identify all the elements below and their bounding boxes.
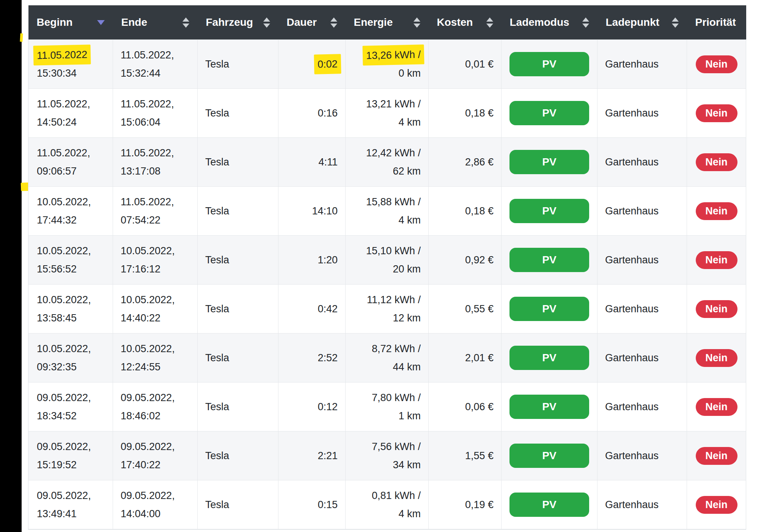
lademodus-pv-button[interactable]: PV	[509, 199, 589, 223]
sort-toggle-icon[interactable]	[486, 17, 493, 28]
lademodus-pv-button[interactable]: PV	[509, 395, 589, 419]
cell-beginn: 10.05.2022,15:56:52	[28, 236, 113, 285]
kosten-value: 2,01 €	[436, 349, 494, 367]
col-header-label: Dauer	[287, 16, 317, 28]
col-header-energie[interactable]: Energie	[346, 5, 429, 40]
cell-beginn: 10.05.2022,09:32:35	[28, 334, 113, 382]
kosten-value: 0,18 €	[436, 104, 494, 122]
table-header-row: BeginnEndeFahrzeugDauerEnergieKostenLade…	[28, 5, 746, 40]
sort-toggle-icon[interactable]	[182, 17, 189, 28]
cell-kosten: 0,55 €	[429, 285, 502, 334]
lademodus-pv-button[interactable]: PV	[509, 101, 589, 125]
sort-desc-icon[interactable]	[97, 20, 105, 25]
fahrzeug-name: Tesla	[205, 153, 270, 171]
prioritaet-badge[interactable]: Nein	[696, 349, 737, 367]
cell-fahrzeug: Tesla	[198, 285, 278, 334]
cell-fahrzeug: Tesla	[198, 480, 278, 530]
kosten-value: 0,19 €	[436, 496, 494, 514]
prioritaet-badge[interactable]: Nein	[696, 202, 737, 220]
cell-beginn: 10.05.2022,13:58:45	[28, 285, 113, 334]
cell-prioritaet: Nein	[687, 431, 746, 480]
beginn-date: 09.05.2022,	[37, 389, 105, 407]
cell-ladepunkt: Gartenhaus	[597, 480, 687, 530]
lademodus-pv-button[interactable]: PV	[509, 346, 589, 370]
sort-up-arrow	[582, 17, 589, 22]
table-row: 10.05.2022,17:44:3211.05.2022,07:54:22Te…	[28, 187, 746, 236]
cell-lademodus: PV	[502, 236, 597, 285]
cell-prioritaet: Nein	[687, 187, 746, 236]
cell-beginn: 09.05.2022,13:49:41	[28, 480, 113, 530]
col-header-label: Lademodus	[510, 16, 569, 28]
table-row: 10.05.2022,09:32:3510.05.2022,12:24:55Te…	[28, 334, 746, 382]
ende-time: 13:17:08	[121, 162, 190, 180]
col-header-ende[interactable]: Ende	[113, 5, 198, 40]
sort-toggle-icon[interactable]	[582, 17, 589, 28]
cell-ladepunkt: Gartenhaus	[597, 382, 687, 431]
ende-date: 09.05.2022,	[121, 486, 190, 505]
fahrzeug-name: Tesla	[205, 104, 270, 122]
cell-kosten: 0,06 €	[429, 382, 502, 431]
dauer-value: 2:52	[286, 349, 338, 367]
lademodus-pv-button[interactable]: PV	[509, 297, 589, 321]
lademodus-pv-button[interactable]: PV	[509, 150, 589, 174]
col-header-beginn[interactable]: Beginn	[28, 5, 113, 40]
cell-ladepunkt: Gartenhaus	[597, 40, 687, 89]
cell-ladepunkt: Gartenhaus	[597, 138, 687, 187]
dauer-value: 0:15	[286, 496, 338, 514]
sort-down-arrow	[414, 24, 420, 28]
beginn-time: 13:49:41	[37, 505, 105, 523]
kosten-value: 0,55 €	[436, 300, 494, 318]
sort-toggle-icon[interactable]	[414, 17, 420, 28]
cell-prioritaet: Nein	[687, 334, 746, 382]
sort-toggle-icon[interactable]	[263, 17, 270, 28]
prioritaet-badge[interactable]: Nein	[696, 153, 737, 171]
charging-sessions-table-grid: BeginnEndeFahrzeugDauerEnergieKostenLade…	[28, 5, 746, 530]
cell-fahrzeug: Tesla	[198, 187, 278, 236]
prioritaet-badge[interactable]: Nein	[696, 496, 737, 514]
col-header-dauer[interactable]: Dauer	[278, 5, 346, 40]
cell-ende: 11.05.2022,07:54:22	[113, 187, 198, 236]
ende-date: 10.05.2022,	[121, 291, 190, 309]
cell-beginn: 11.05.2022,14:50:24	[28, 89, 113, 138]
col-header-kosten[interactable]: Kosten	[429, 5, 502, 40]
col-header-prioritaet[interactable]: Priorität	[687, 5, 746, 40]
kosten-value: 0,92 €	[436, 251, 494, 269]
sort-toggle-icon[interactable]	[330, 17, 337, 28]
cell-ladepunkt: Gartenhaus	[597, 334, 687, 382]
prioritaet-badge[interactable]: Nein	[696, 55, 737, 73]
col-header-lademodus[interactable]: Lademodus	[502, 5, 597, 40]
col-header-ladepunkt[interactable]: Ladepunkt	[597, 5, 687, 40]
prioritaet-badge[interactable]: Nein	[696, 104, 737, 122]
cell-prioritaet: Nein	[687, 236, 746, 285]
ende-date: 09.05.2022,	[121, 438, 190, 456]
prioritaet-badge[interactable]: Nein	[696, 447, 737, 465]
cell-kosten: 2,01 €	[429, 334, 502, 382]
ende-time: 14:04:00	[121, 505, 190, 523]
prioritaet-badge[interactable]: Nein	[696, 251, 737, 269]
beginn-date: 10.05.2022,	[37, 291, 105, 309]
cell-energie: 13,26 kWh /0 km	[346, 40, 429, 89]
prioritaet-badge[interactable]: Nein	[696, 300, 737, 318]
cell-energie: 8,72 kWh /44 km	[346, 334, 429, 382]
prioritaet-badge[interactable]: Nein	[696, 398, 737, 416]
energie-kwh: 0,81 kWh /	[353, 486, 421, 505]
cell-energie: 12,42 kWh /62 km	[346, 138, 429, 187]
ladepunkt-name: Gartenhaus	[605, 202, 679, 220]
lademodus-pv-button[interactable]: PV	[509, 52, 589, 76]
lademodus-pv-button[interactable]: PV	[509, 444, 589, 468]
energie-kwh: 15,88 kWh /	[353, 193, 421, 211]
ladepunkt-name: Gartenhaus	[605, 447, 679, 465]
yellow-highlight-marker: 11.05.2022	[33, 44, 91, 65]
energie-kwh: 7,80 kWh /	[353, 389, 421, 407]
col-header-fahrzeug[interactable]: Fahrzeug	[198, 5, 278, 40]
lademodus-pv-button[interactable]: PV	[509, 248, 589, 272]
lademodus-pv-button[interactable]: PV	[509, 493, 589, 517]
cell-ende: 09.05.2022,18:46:02	[113, 382, 198, 431]
table-row: 10.05.2022,13:58:4510.05.2022,14:40:22Te…	[28, 285, 746, 334]
sort-down-arrow	[486, 24, 493, 28]
sort-toggle-icon[interactable]	[672, 17, 679, 28]
cell-dauer: 2:52	[278, 334, 346, 382]
fahrzeug-name: Tesla	[205, 202, 270, 220]
table-row: 09.05.2022,13:49:4109.05.2022,14:04:00Te…	[28, 480, 746, 530]
energie-km: 12 km	[353, 309, 421, 327]
